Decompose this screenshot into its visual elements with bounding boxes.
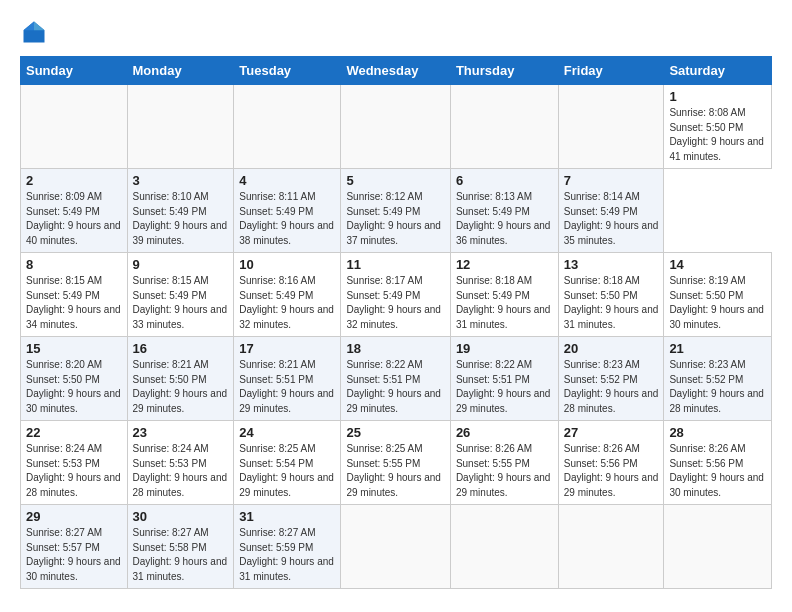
day-number: 13 <box>564 257 659 272</box>
day-info: Sunrise: 8:12 AMSunset: 5:49 PMDaylight:… <box>346 190 444 248</box>
day-number: 24 <box>239 425 335 440</box>
day-number: 21 <box>669 341 766 356</box>
day-number: 29 <box>26 509 122 524</box>
day-cell: 4Sunrise: 8:11 AMSunset: 5:49 PMDaylight… <box>234 169 341 253</box>
day-cell <box>341 85 450 169</box>
day-cell: 24Sunrise: 8:25 AMSunset: 5:54 PMDayligh… <box>234 421 341 505</box>
day-cell: 2Sunrise: 8:09 AMSunset: 5:49 PMDaylight… <box>21 169 128 253</box>
day-info: Sunrise: 8:22 AMSunset: 5:51 PMDaylight:… <box>346 358 444 416</box>
day-number: 18 <box>346 341 444 356</box>
day-cell: 16Sunrise: 8:21 AMSunset: 5:50 PMDayligh… <box>127 337 234 421</box>
day-number: 9 <box>133 257 229 272</box>
day-info: Sunrise: 8:17 AMSunset: 5:49 PMDaylight:… <box>346 274 444 332</box>
day-cell: 5Sunrise: 8:12 AMSunset: 5:49 PMDaylight… <box>341 169 450 253</box>
day-info: Sunrise: 8:27 AMSunset: 5:57 PMDaylight:… <box>26 526 122 584</box>
day-header-sunday: Sunday <box>21 57 128 85</box>
day-cell: 28Sunrise: 8:26 AMSunset: 5:56 PMDayligh… <box>664 421 772 505</box>
day-header-tuesday: Tuesday <box>234 57 341 85</box>
day-cell: 11Sunrise: 8:17 AMSunset: 5:49 PMDayligh… <box>341 253 450 337</box>
day-cell <box>450 505 558 589</box>
day-info: Sunrise: 8:22 AMSunset: 5:51 PMDaylight:… <box>456 358 553 416</box>
day-info: Sunrise: 8:14 AMSunset: 5:49 PMDaylight:… <box>564 190 659 248</box>
week-row-6: 29Sunrise: 8:27 AMSunset: 5:57 PMDayligh… <box>21 505 772 589</box>
day-info: Sunrise: 8:09 AMSunset: 5:49 PMDaylight:… <box>26 190 122 248</box>
day-info: Sunrise: 8:18 AMSunset: 5:50 PMDaylight:… <box>564 274 659 332</box>
day-number: 5 <box>346 173 444 188</box>
day-number: 2 <box>26 173 122 188</box>
day-info: Sunrise: 8:27 AMSunset: 5:58 PMDaylight:… <box>133 526 229 584</box>
page: SundayMondayTuesdayWednesdayThursdayFrid… <box>0 0 792 601</box>
day-cell: 22Sunrise: 8:24 AMSunset: 5:53 PMDayligh… <box>21 421 128 505</box>
day-cell: 7Sunrise: 8:14 AMSunset: 5:49 PMDaylight… <box>558 169 664 253</box>
day-cell: 19Sunrise: 8:22 AMSunset: 5:51 PMDayligh… <box>450 337 558 421</box>
day-number: 11 <box>346 257 444 272</box>
week-row-1: 1Sunrise: 8:08 AMSunset: 5:50 PMDaylight… <box>21 85 772 169</box>
day-info: Sunrise: 8:25 AMSunset: 5:55 PMDaylight:… <box>346 442 444 500</box>
day-number: 7 <box>564 173 659 188</box>
header <box>20 18 772 46</box>
day-info: Sunrise: 8:08 AMSunset: 5:50 PMDaylight:… <box>669 106 766 164</box>
day-number: 22 <box>26 425 122 440</box>
day-number: 16 <box>133 341 229 356</box>
day-info: Sunrise: 8:20 AMSunset: 5:50 PMDaylight:… <box>26 358 122 416</box>
day-info: Sunrise: 8:26 AMSunset: 5:56 PMDaylight:… <box>669 442 766 500</box>
svg-marker-2 <box>24 22 35 31</box>
day-number: 27 <box>564 425 659 440</box>
week-row-2: 2Sunrise: 8:09 AMSunset: 5:49 PMDaylight… <box>21 169 772 253</box>
day-info: Sunrise: 8:21 AMSunset: 5:51 PMDaylight:… <box>239 358 335 416</box>
day-cell <box>558 505 664 589</box>
week-row-5: 22Sunrise: 8:24 AMSunset: 5:53 PMDayligh… <box>21 421 772 505</box>
day-info: Sunrise: 8:26 AMSunset: 5:55 PMDaylight:… <box>456 442 553 500</box>
day-cell: 8Sunrise: 8:15 AMSunset: 5:49 PMDaylight… <box>21 253 128 337</box>
day-info: Sunrise: 8:23 AMSunset: 5:52 PMDaylight:… <box>564 358 659 416</box>
day-header-thursday: Thursday <box>450 57 558 85</box>
day-number: 28 <box>669 425 766 440</box>
day-cell: 25Sunrise: 8:25 AMSunset: 5:55 PMDayligh… <box>341 421 450 505</box>
day-header-friday: Friday <box>558 57 664 85</box>
day-info: Sunrise: 8:18 AMSunset: 5:49 PMDaylight:… <box>456 274 553 332</box>
day-number: 8 <box>26 257 122 272</box>
logo-icon <box>20 18 48 46</box>
day-info: Sunrise: 8:23 AMSunset: 5:52 PMDaylight:… <box>669 358 766 416</box>
day-cell: 10Sunrise: 8:16 AMSunset: 5:49 PMDayligh… <box>234 253 341 337</box>
day-info: Sunrise: 8:24 AMSunset: 5:53 PMDaylight:… <box>26 442 122 500</box>
header-row: SundayMondayTuesdayWednesdayThursdayFrid… <box>21 57 772 85</box>
svg-marker-1 <box>34 22 45 31</box>
day-info: Sunrise: 8:13 AMSunset: 5:49 PMDaylight:… <box>456 190 553 248</box>
day-cell: 26Sunrise: 8:26 AMSunset: 5:55 PMDayligh… <box>450 421 558 505</box>
day-cell <box>664 505 772 589</box>
day-info: Sunrise: 8:21 AMSunset: 5:50 PMDaylight:… <box>133 358 229 416</box>
day-cell: 23Sunrise: 8:24 AMSunset: 5:53 PMDayligh… <box>127 421 234 505</box>
day-number: 1 <box>669 89 766 104</box>
day-number: 15 <box>26 341 122 356</box>
day-cell <box>234 85 341 169</box>
day-cell <box>341 505 450 589</box>
day-number: 10 <box>239 257 335 272</box>
day-number: 6 <box>456 173 553 188</box>
day-number: 17 <box>239 341 335 356</box>
day-info: Sunrise: 8:27 AMSunset: 5:59 PMDaylight:… <box>239 526 335 584</box>
day-cell: 20Sunrise: 8:23 AMSunset: 5:52 PMDayligh… <box>558 337 664 421</box>
day-header-wednesday: Wednesday <box>341 57 450 85</box>
day-info: Sunrise: 8:15 AMSunset: 5:49 PMDaylight:… <box>133 274 229 332</box>
day-number: 14 <box>669 257 766 272</box>
day-cell <box>450 85 558 169</box>
calendar: SundayMondayTuesdayWednesdayThursdayFrid… <box>20 56 772 589</box>
day-number: 19 <box>456 341 553 356</box>
day-info: Sunrise: 8:16 AMSunset: 5:49 PMDaylight:… <box>239 274 335 332</box>
day-cell: 13Sunrise: 8:18 AMSunset: 5:50 PMDayligh… <box>558 253 664 337</box>
day-cell <box>558 85 664 169</box>
day-cell: 15Sunrise: 8:20 AMSunset: 5:50 PMDayligh… <box>21 337 128 421</box>
day-cell: 17Sunrise: 8:21 AMSunset: 5:51 PMDayligh… <box>234 337 341 421</box>
day-info: Sunrise: 8:11 AMSunset: 5:49 PMDaylight:… <box>239 190 335 248</box>
day-number: 3 <box>133 173 229 188</box>
day-number: 20 <box>564 341 659 356</box>
day-cell: 14Sunrise: 8:19 AMSunset: 5:50 PMDayligh… <box>664 253 772 337</box>
day-cell <box>127 85 234 169</box>
day-number: 30 <box>133 509 229 524</box>
day-number: 26 <box>456 425 553 440</box>
day-cell: 6Sunrise: 8:13 AMSunset: 5:49 PMDaylight… <box>450 169 558 253</box>
day-info: Sunrise: 8:24 AMSunset: 5:53 PMDaylight:… <box>133 442 229 500</box>
day-info: Sunrise: 8:19 AMSunset: 5:50 PMDaylight:… <box>669 274 766 332</box>
day-cell: 30Sunrise: 8:27 AMSunset: 5:58 PMDayligh… <box>127 505 234 589</box>
